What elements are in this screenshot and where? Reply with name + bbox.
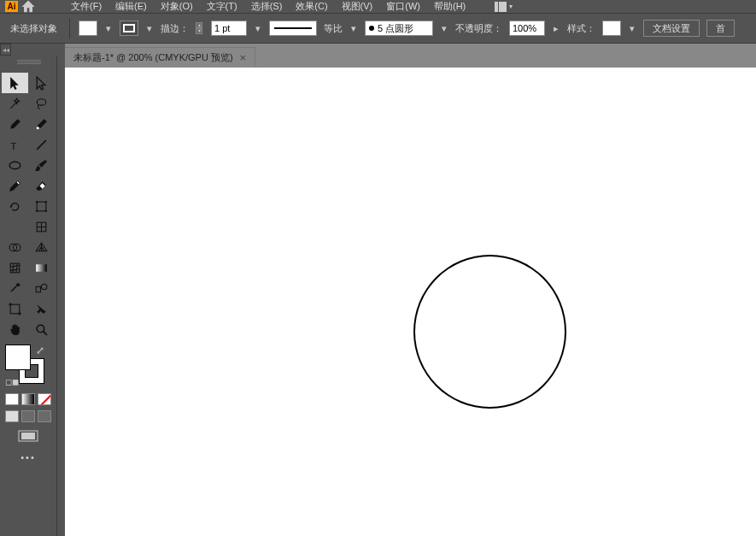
ellipse-shape[interactable]: [413, 255, 566, 409]
canvas[interactable]: [65, 68, 756, 536]
menu-effect[interactable]: 效果(C): [289, 0, 334, 14]
draw-behind[interactable]: [21, 410, 35, 422]
style-label: 样式：: [567, 22, 595, 35]
fill-color[interactable]: [5, 345, 31, 370]
menu-type[interactable]: 文字(T): [200, 0, 244, 14]
svg-point-26: [37, 325, 44, 333]
svg-rect-8: [36, 201, 38, 203]
selection-status: 未选择对象: [7, 21, 61, 37]
svg-point-20: [42, 284, 47, 289]
stroke-weight-field[interactable]: 1 pt: [211, 21, 247, 36]
hand-tool[interactable]: [2, 319, 28, 339]
menu-edit[interactable]: 编辑(E): [108, 0, 154, 14]
menu-file[interactable]: 文件(F): [64, 0, 108, 14]
magic-wand-tool[interactable]: [2, 93, 28, 114]
opacity-field[interactable]: 100%: [509, 21, 545, 36]
prefs-button[interactable]: 首: [706, 20, 735, 37]
shape-builder-tool[interactable]: [2, 237, 28, 257]
svg-rect-19: [36, 286, 40, 292]
profile-field[interactable]: [269, 21, 317, 36]
rotate-tool[interactable]: [2, 196, 28, 216]
color-mode-solid[interactable]: [5, 393, 19, 405]
tools-panel: T ⤢ ◻◼ •••: [0, 56, 57, 536]
workspace-switcher[interactable]: ▾: [491, 2, 516, 12]
fill-swatch[interactable]: [79, 21, 97, 36]
menu-help[interactable]: 帮助(H): [427, 0, 472, 14]
collapse-panels-icon[interactable]: ◂◂: [0, 44, 11, 56]
app-icon: Ai: [5, 1, 18, 12]
free-transform-tool[interactable]: [28, 196, 55, 216]
menu-object[interactable]: 对象(O): [154, 0, 200, 14]
document-tabs: 未标题-1* @ 200% (CMYK/GPU 预览) ×: [65, 44, 756, 68]
document-title: 未标题-1* @ 200% (CMYK/GPU 预览): [73, 51, 233, 64]
stroke-weight-dropdown[interactable]: ▾: [254, 21, 262, 35]
doc-setup-button[interactable]: 文档设置: [643, 20, 700, 37]
svg-rect-17: [10, 263, 20, 273]
screen-mode-row: [0, 408, 56, 425]
paintbrush-tool[interactable]: [28, 155, 55, 175]
stroke-spinner[interactable]: ▴▾: [196, 21, 202, 36]
puppet-warp-tool[interactable]: [28, 216, 55, 237]
svg-point-3: [37, 127, 39, 129]
draw-inside[interactable]: [38, 410, 51, 422]
style-dropdown[interactable]: ▾: [628, 21, 636, 35]
svg-rect-11: [45, 209, 47, 211]
blend-tool[interactable]: [28, 278, 55, 298]
svg-rect-7: [37, 202, 46, 211]
document-tab[interactable]: 未标题-1* @ 200% (CMYK/GPU 预览) ×: [65, 47, 255, 68]
swap-colors-icon[interactable]: ⤢: [36, 345, 44, 356]
svg-text:T: T: [10, 139, 16, 150]
eyedropper-tool[interactable]: [2, 278, 28, 298]
eraser-tool[interactable]: [28, 175, 55, 196]
profile-label: 等比: [324, 22, 343, 35]
close-tab-icon[interactable]: ×: [240, 51, 247, 64]
svg-rect-9: [45, 201, 47, 203]
menu-select[interactable]: 选择(S): [244, 0, 290, 14]
stroke-swatch[interactable]: [120, 21, 138, 36]
mesh-tool[interactable]: [2, 257, 28, 278]
screen-mode-icon[interactable]: [18, 430, 38, 442]
width-tool[interactable]: [2, 216, 28, 237]
edit-toolbar-icon[interactable]: •••: [0, 447, 56, 468]
ellipse-tool[interactable]: [2, 155, 28, 175]
fill-dropdown[interactable]: ▾: [104, 21, 113, 35]
pencil-tool[interactable]: [2, 175, 28, 196]
curvature-tool[interactable]: [28, 114, 55, 134]
svg-point-2: [37, 98, 46, 104]
pen-tool[interactable]: [2, 114, 28, 134]
default-colors-icon[interactable]: ◻◼: [5, 377, 19, 386]
menu-window[interactable]: 窗口(W): [379, 0, 427, 14]
menu-items: 文件(F) 编辑(E) 对象(O) 文字(T) 选择(S) 效果(C) 视图(V…: [64, 0, 472, 14]
fill-stroke-controls: ⤢ ◻◼: [0, 345, 56, 391]
brush-label: 5 点圆形: [378, 22, 413, 35]
color-mode-row: [0, 391, 56, 408]
profile-dropdown[interactable]: ▾: [349, 21, 358, 35]
artboard-tool[interactable]: [2, 298, 28, 319]
opacity-dropdown[interactable]: ▸: [552, 21, 560, 35]
color-mode-gradient[interactable]: [21, 393, 35, 405]
svg-rect-18: [36, 264, 47, 272]
draw-normal[interactable]: [5, 410, 19, 422]
brush-dropdown[interactable]: ▾: [440, 21, 448, 35]
line-tool[interactable]: [28, 134, 55, 155]
selection-tool[interactable]: [2, 73, 28, 93]
type-tool[interactable]: T: [2, 134, 28, 155]
stroke-label: 描边：: [161, 22, 189, 35]
svg-rect-29: [21, 433, 35, 439]
svg-point-6: [9, 162, 21, 169]
gradient-tool[interactable]: [28, 257, 55, 278]
svg-rect-1: [499, 2, 507, 12]
panel-grip[interactable]: [17, 59, 41, 64]
lasso-tool[interactable]: [28, 93, 55, 114]
color-mode-none[interactable]: [38, 393, 51, 405]
direct-selection-tool[interactable]: [28, 73, 55, 93]
zoom-tool[interactable]: [28, 319, 55, 339]
opacity-label: 不透明度：: [455, 22, 502, 35]
slice-tool[interactable]: [28, 298, 55, 319]
perspective-tool[interactable]: [28, 237, 55, 257]
brush-field[interactable]: 5 点圆形: [365, 21, 433, 36]
menu-view[interactable]: 视图(V): [335, 0, 380, 14]
stroke-dropdown[interactable]: ▾: [145, 21, 154, 35]
home-icon[interactable]: [20, 1, 37, 12]
style-field[interactable]: [602, 21, 621, 36]
